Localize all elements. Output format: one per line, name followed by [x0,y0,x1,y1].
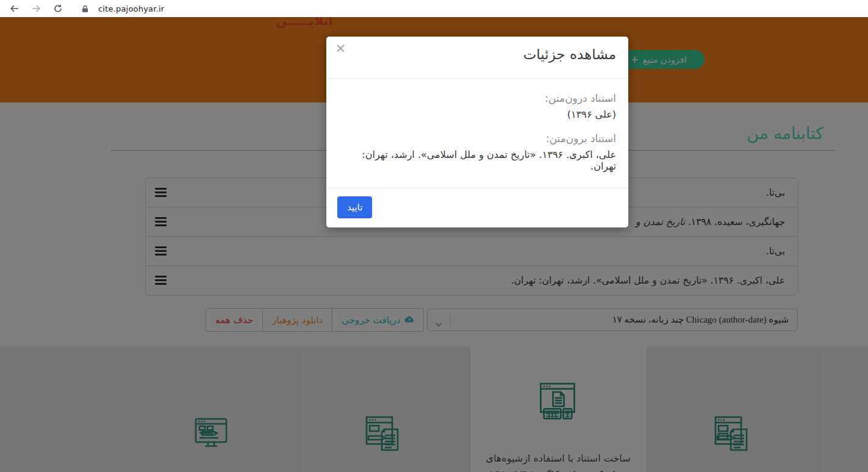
back-icon[interactable] [7,2,21,15]
bibliography-citation-label: استناد برون‌متن: [339,132,616,145]
confirm-button[interactable]: تایید [337,196,372,218]
modal-header: مشاهده جزئیات × [326,37,628,79]
forward-icon[interactable] [29,2,43,15]
bibliography-citation-value: علی، اکبری. ۱۳۹۶. «تاریخ تمدن و ملل اسلا… [339,149,616,172]
modal-title: مشاهده جزئیات [523,46,616,62]
close-icon[interactable]: × [335,40,346,56]
browser-chrome: cite.pajoohyar.ir [0,0,868,17]
url-bar[interactable]: cite.pajoohyar.ir [98,4,164,13]
modal-body: استناد درون‌متن: (علی ۱۳۹۶) استناد برون‌… [326,79,628,188]
details-modal: مشاهده جزئیات × استناد درون‌متن: (علی ۱۳… [326,37,628,227]
https-lock-icon[interactable] [82,5,88,13]
refresh-icon[interactable] [51,2,65,15]
in-text-citation-label: استناد درون‌متن: [339,92,616,104]
modal-footer: تایید [326,188,628,227]
in-text-citation-value: (علی ۱۳۹۶) [339,109,616,120]
